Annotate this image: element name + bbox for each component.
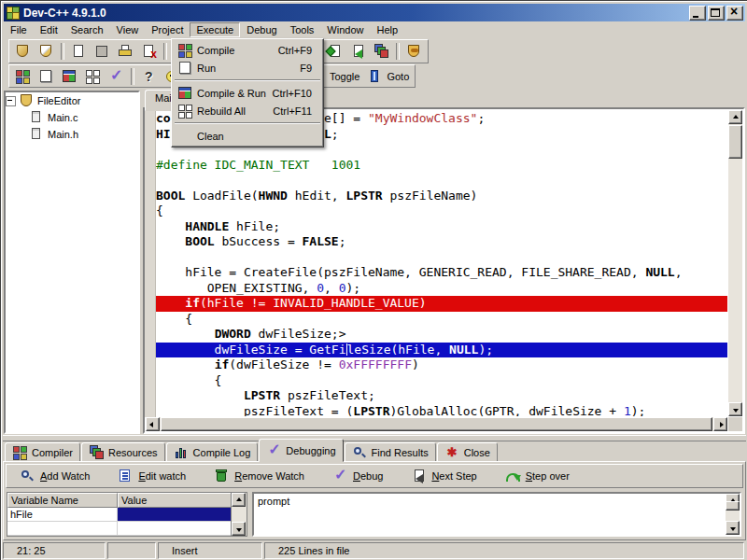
code-line[interactable]: HANDLE hFile; bbox=[156, 219, 727, 235]
current-execution-line[interactable]: dwFileSize = GetFileSize(hFile, NULL); bbox=[156, 343, 727, 358]
debug-button[interactable]: Debug bbox=[332, 469, 383, 483]
code-area[interactable]: const char g_szClassName[] = "MyWindowCl… bbox=[156, 111, 727, 416]
about-badge-button[interactable] bbox=[402, 41, 426, 62]
scroll-up-arrow-icon[interactable] bbox=[728, 110, 742, 124]
toolbar-main-group2 bbox=[320, 39, 429, 63]
code-line[interactable]: LPSTR pszFileText; bbox=[156, 388, 727, 404]
add-watch-icon bbox=[20, 469, 35, 483]
insert-page-button[interactable] bbox=[323, 41, 346, 62]
minimize-button[interactable] bbox=[689, 6, 706, 21]
menubar-item-view[interactable]: View bbox=[110, 22, 146, 37]
horizontal-scroll-thumb[interactable] bbox=[161, 417, 712, 431]
editor-vertical-scrollbar[interactable] bbox=[728, 110, 742, 416]
tree-item-main-h[interactable]: Main.h bbox=[6, 126, 138, 143]
watch-column-header-variable-name: Variable Name bbox=[7, 493, 118, 508]
output-scrollbar[interactable] bbox=[726, 494, 740, 535]
maximize-button[interactable] bbox=[708, 6, 725, 21]
tab-debugging[interactable]: Debugging bbox=[259, 439, 343, 462]
goto-line-button[interactable] bbox=[346, 41, 370, 62]
tree-collapse-icon[interactable] bbox=[6, 96, 16, 106]
watch-value-cell[interactable] bbox=[118, 508, 232, 522]
compile-grid-button[interactable] bbox=[11, 66, 35, 87]
close-file-button[interactable] bbox=[137, 41, 161, 62]
menubar-item-help[interactable]: Help bbox=[370, 22, 404, 37]
scroll-down-arrow-icon[interactable] bbox=[232, 522, 246, 536]
title-bar[interactable]: Dev-C++ 4.9.1.0 bbox=[4, 4, 745, 21]
scroll-right-arrow-icon[interactable] bbox=[713, 417, 727, 431]
watch-scrollbar[interactable] bbox=[231, 493, 247, 536]
menu-item-rebuild-all[interactable]: Rebuild AllCtrl+F11 bbox=[174, 102, 321, 119]
menubar-item-debug[interactable]: Debug bbox=[240, 22, 283, 37]
menu-item-compile[interactable]: CompileCtrl+F9 bbox=[174, 41, 321, 59]
add-watch-button[interactable]: Add Watch bbox=[20, 469, 90, 483]
menubar-item-window[interactable]: Window bbox=[320, 22, 370, 37]
menubar-item-execute[interactable]: Execute bbox=[190, 22, 240, 37]
watch-variable-cell[interactable]: hFile bbox=[7, 508, 118, 522]
window-title: Dev-C++ 4.9.1.0 bbox=[23, 7, 687, 20]
layers-button[interactable] bbox=[370, 41, 393, 62]
debug-check-button[interactable] bbox=[105, 66, 128, 87]
editor-gutter[interactable] bbox=[145, 109, 156, 417]
watch-variable-cell[interactable] bbox=[7, 522, 118, 536]
tree-item-fileeditor[interactable]: FileEditor bbox=[6, 92, 138, 109]
tab-compiler[interactable]: Compiler bbox=[5, 442, 80, 462]
code-line[interactable]: #define IDC_MAIN_TEXT 1001 bbox=[156, 158, 727, 174]
menubar-item-search[interactable]: Search bbox=[64, 22, 110, 37]
menubar-item-project[interactable]: Project bbox=[145, 22, 190, 37]
watch-row[interactable] bbox=[7, 522, 247, 536]
run-square-button[interactable] bbox=[35, 66, 58, 87]
open-shield-button[interactable] bbox=[35, 41, 58, 62]
tab-close[interactable]: Close bbox=[437, 442, 498, 462]
remove-watch-button[interactable]: Remove Watch bbox=[214, 469, 304, 483]
tree-item-main-c[interactable]: Main.c bbox=[6, 109, 138, 126]
project-shield-icon bbox=[19, 93, 35, 108]
goto-button[interactable]: Goto bbox=[363, 66, 413, 87]
step-over-button[interactable]: Step over bbox=[505, 469, 570, 483]
tab-compile-log[interactable]: Compile Log bbox=[166, 442, 259, 462]
scroll-left-arrow-icon[interactable] bbox=[146, 417, 160, 431]
code-line[interactable]: { bbox=[156, 312, 727, 328]
edit-watch-button[interactable]: Edit watch bbox=[118, 469, 186, 483]
menu-item-compile-run[interactable]: Compile & RunCtrl+F10 bbox=[174, 84, 321, 102]
menubar-item-edit[interactable]: Edit bbox=[34, 22, 64, 37]
compile-run-button[interactable] bbox=[58, 66, 81, 87]
menu-item-clean[interactable]: Clean bbox=[174, 127, 321, 145]
editor-horizontal-scrollbar[interactable] bbox=[146, 417, 727, 431]
menubar-item-file[interactable]: File bbox=[4, 22, 34, 37]
debug-output-panel[interactable]: prompt bbox=[252, 492, 741, 537]
code-line[interactable] bbox=[156, 173, 727, 189]
vertical-scroll-thumb[interactable] bbox=[726, 501, 740, 511]
code-editor[interactable]: const char g_szClassName[] = "MyWindowCl… bbox=[143, 107, 745, 434]
scroll-up-arrow-icon[interactable] bbox=[232, 493, 246, 507]
app-icon[interactable] bbox=[7, 7, 20, 20]
new-file-button[interactable] bbox=[67, 41, 91, 62]
scroll-down-arrow-icon[interactable] bbox=[726, 521, 740, 535]
dev-shield-button[interactable] bbox=[11, 41, 35, 62]
code-line[interactable] bbox=[156, 250, 727, 266]
watch-row[interactable]: hFile bbox=[7, 508, 247, 522]
next-step-button[interactable]: Next Step bbox=[411, 469, 476, 483]
help-button[interactable] bbox=[137, 66, 161, 87]
code-line[interactable]: { bbox=[156, 373, 727, 389]
button-label: Goto bbox=[387, 71, 409, 82]
menubar-item-tools[interactable]: Tools bbox=[284, 22, 321, 37]
scroll-down-arrow-icon[interactable] bbox=[728, 402, 742, 416]
code-line[interactable]: BOOL LoadFile(HWND hEdit, LPSTR pszFileN… bbox=[156, 189, 727, 204]
code-line[interactable]: if(dwFileSize != 0xFFFFFFFF) bbox=[156, 357, 727, 373]
breakpoint-line[interactable]: if(hFile != INVALID_HANDLE_VALUE) bbox=[156, 296, 727, 312]
rebuild-grid-button[interactable] bbox=[81, 66, 105, 87]
menu-item-run[interactable]: RunF9 bbox=[174, 59, 321, 77]
watch-value-cell[interactable] bbox=[118, 522, 232, 536]
vertical-scroll-thumb[interactable] bbox=[728, 125, 742, 159]
code-line[interactable]: BOOL bSuccess = FALSE; bbox=[156, 234, 727, 250]
code-line[interactable]: DWORD dwFileSize;> bbox=[156, 327, 727, 343]
code-line[interactable]: pszFileText = (LPSTR)GlobalAlloc(GPTR, d… bbox=[156, 404, 727, 417]
code-line[interactable]: { bbox=[156, 203, 727, 219]
save-button[interactable] bbox=[91, 41, 114, 62]
code-line[interactable]: hFile = CreateFile(pszFileName, GENERIC_… bbox=[156, 265, 727, 281]
print-color-button[interactable] bbox=[114, 41, 137, 62]
code-line[interactable]: OPEN_EXISTING, 0, 0); bbox=[156, 281, 727, 297]
close-button[interactable] bbox=[726, 6, 743, 21]
tab-find-results[interactable]: Find Results bbox=[345, 442, 436, 462]
tab-resources[interactable]: Resources bbox=[81, 442, 165, 462]
